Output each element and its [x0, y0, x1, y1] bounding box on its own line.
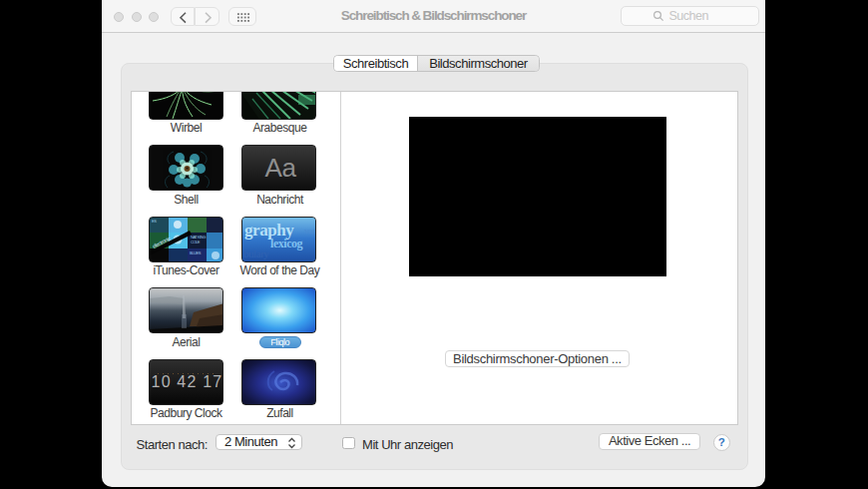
svg-text:bulary: bulary: [243, 247, 269, 259]
svg-text:voc: voc: [304, 226, 316, 236]
svg-text:COLE: COLE: [191, 240, 201, 244]
svg-text:BLUES: BLUES: [190, 250, 202, 255]
svg-text:lexicog: lexicog: [270, 237, 303, 250]
svg-text:ES: ES: [152, 219, 157, 224]
